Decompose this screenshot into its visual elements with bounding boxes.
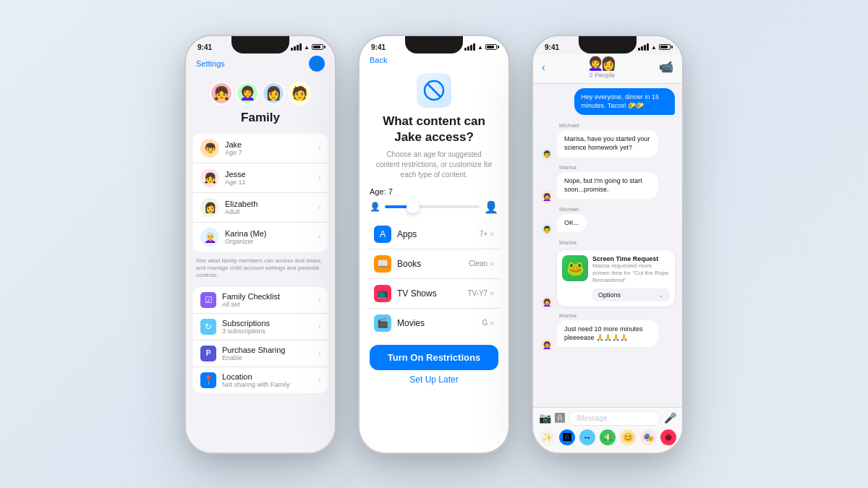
list-item[interactable]: 📺 TV Shows TV-Y7 ○ bbox=[367, 279, 501, 309]
avatar: 👨 bbox=[540, 223, 553, 236]
screen-time-request-card: 🐸 Screen Time Request Marisa requested m… bbox=[557, 250, 675, 307]
family-features-list: ☑ Family Checklist All set › ↻ Subscript… bbox=[193, 287, 328, 393]
camera-icon[interactable]: 📷 bbox=[539, 412, 551, 424]
list-item[interactable]: 📍 Location Not sharing with Family › bbox=[193, 367, 328, 393]
member-age: Age 11 bbox=[225, 179, 318, 186]
chevron-right-icon: › bbox=[318, 144, 320, 152]
list-item[interactable]: P Purchase Sharing Enable › bbox=[193, 341, 328, 367]
message-row: 👩‍🦱 Nope, but I'm going to start soon...… bbox=[540, 172, 675, 203]
nav-bar-1: Settings 👤 bbox=[186, 54, 335, 76]
age-slider[interactable]: 👤 👤 bbox=[370, 200, 498, 214]
list-item[interactable]: 🎬 Movies G ○ bbox=[367, 309, 501, 338]
age-label: Age: 7 bbox=[370, 187, 498, 196]
family-note: See what family members can access and s… bbox=[186, 254, 335, 283]
restriction-icon bbox=[417, 73, 451, 108]
avatar: 👨 bbox=[540, 148, 553, 161]
sticker-button[interactable]: 🎭 bbox=[640, 429, 656, 445]
family-avatars: 👧 👩‍🦱 👩 🧑 bbox=[186, 76, 335, 108]
list-item[interactable]: A Apps 7+ ○ bbox=[367, 220, 501, 249]
content-rating: 7+ ○ bbox=[480, 230, 494, 238]
member-role: Organizer bbox=[225, 238, 318, 245]
list-item[interactable]: ☑ Family Checklist All set › bbox=[193, 287, 328, 314]
checklist-icon: ☑ bbox=[200, 292, 216, 308]
back-button-1[interactable]: Settings bbox=[196, 59, 225, 68]
tvshows-icon: 📺 bbox=[374, 285, 391, 302]
input-row: 📷 🅰 iMessage 🎤 bbox=[539, 411, 676, 426]
content-rating: Clean ○ bbox=[469, 260, 494, 267]
memoji-button[interactable]: 😊 bbox=[620, 429, 636, 445]
effects-button[interactable]: ✨ bbox=[539, 429, 555, 445]
message-row: 👩‍🦱 🐸 Screen Time Request Marisa request… bbox=[540, 247, 675, 309]
section-sub: 3 subscriptions bbox=[222, 328, 318, 335]
slider-min-icon: 👤 bbox=[370, 202, 380, 212]
section-name: Subscriptions bbox=[222, 319, 318, 328]
message-bubble: Nope, but I'm going to start soon...prom… bbox=[557, 172, 658, 199]
avatar: 👩‍🦱 bbox=[540, 190, 553, 203]
chat-people-count: 2 People bbox=[587, 72, 616, 79]
status-bar-2: 9:41 ▲ bbox=[359, 36, 509, 54]
messages-scroll: Hey everyone, dinner in 15 minutes. Taco… bbox=[533, 84, 682, 359]
message-bubble: OK... bbox=[557, 214, 587, 232]
back-button-2[interactable]: Back bbox=[370, 56, 387, 64]
avatar: 👩 bbox=[200, 198, 219, 217]
status-bar-1: 9:41 ▲ bbox=[186, 36, 335, 54]
set-up-later-button[interactable]: Set Up Later bbox=[359, 374, 509, 385]
transfer-button[interactable]: ↔ bbox=[579, 429, 595, 445]
battery-icon bbox=[659, 44, 671, 50]
subscriptions-icon: ↻ bbox=[200, 319, 216, 335]
appstore-button[interactable]: 🅰 bbox=[559, 429, 575, 445]
message-sender-label: Michael bbox=[540, 122, 675, 129]
add-member-button[interactable]: 👤 bbox=[309, 56, 325, 72]
avatar-1: 👧 bbox=[210, 82, 233, 105]
restriction-title: What content can Jake access? bbox=[359, 114, 509, 150]
game-icon: 🐸 bbox=[562, 255, 588, 281]
wifi-icon: ▲ bbox=[651, 44, 657, 51]
status-bar-3: 9:41 ▲ bbox=[533, 36, 682, 54]
phone-family-settings: 9:41 ▲ Settings 👤 👧 👩‍🦱 bbox=[184, 35, 336, 454]
microphone-icon[interactable]: 🎤 bbox=[664, 412, 676, 424]
section-name: Purchase Sharing bbox=[222, 346, 318, 354]
section-sub: Enable bbox=[222, 354, 318, 361]
message-input[interactable]: iMessage bbox=[569, 411, 660, 426]
list-item[interactable]: 👩 Elizabeth Adult › bbox=[193, 193, 328, 223]
slider-track[interactable] bbox=[385, 205, 480, 208]
member-name: Elizabeth bbox=[225, 200, 318, 208]
family-members-list: 👦 Jake Age 7 › 👧 Jesse Age 11 › 👩 Elizab… bbox=[193, 134, 328, 252]
back-button-3[interactable]: ‹ bbox=[542, 61, 545, 73]
avatar: 👩‍🦱 bbox=[540, 296, 553, 309]
member-role: Adult bbox=[225, 208, 318, 215]
member-name: Jake bbox=[225, 140, 318, 149]
time-2: 9:41 bbox=[371, 43, 386, 51]
chevron-down-icon: ⌄ bbox=[658, 291, 664, 299]
location-icon: 📍 bbox=[200, 372, 216, 388]
appstore-icon[interactable]: 🅰 bbox=[555, 412, 565, 424]
chevron-right-icon: › bbox=[318, 322, 320, 330]
list-item[interactable]: 👩‍🦳 Karina (Me) Organizer › bbox=[193, 223, 328, 252]
message-row: 👨 Marisa, have you started your science … bbox=[540, 130, 675, 161]
avatar-4: 🧑 bbox=[288, 82, 311, 105]
screen-family: 9:41 ▲ Settings 👤 👧 👩‍🦱 bbox=[186, 36, 335, 453]
content-rating: TV-Y7 ○ bbox=[467, 289, 494, 297]
list-item[interactable]: ↻ Subscriptions 3 subscriptions › bbox=[193, 314, 328, 341]
more-button[interactable]: ⊕ bbox=[660, 429, 676, 445]
member-age: Age 7 bbox=[225, 149, 318, 156]
chevron-right-icon: › bbox=[318, 349, 320, 357]
battery-icon bbox=[485, 44, 497, 50]
options-button[interactable]: Options ⌄ bbox=[592, 288, 670, 301]
list-item[interactable]: 📖 Books Clean ○ bbox=[367, 249, 501, 279]
status-icons-2: ▲ bbox=[464, 43, 497, 51]
message-row: Hey everyone, dinner in 15 minutes. Taco… bbox=[540, 88, 675, 119]
video-call-icon[interactable]: 📹 bbox=[659, 60, 673, 74]
wifi-icon: ▲ bbox=[304, 44, 310, 51]
list-item[interactable]: 👧 Jesse Age 11 › bbox=[193, 163, 328, 193]
status-icons-1: ▲ bbox=[291, 43, 323, 51]
cash-button[interactable]: 💵 bbox=[600, 429, 616, 445]
chevron-right-icon: › bbox=[318, 174, 320, 181]
list-item[interactable]: 👦 Jake Age 7 › bbox=[193, 134, 328, 163]
nav-bar-2: Back bbox=[359, 54, 509, 69]
avatar-3: 👩 bbox=[262, 82, 285, 105]
screen-time-title: Screen Time Request bbox=[592, 255, 670, 262]
purchase-icon: P bbox=[200, 346, 216, 361]
screen-messages: 9:41 ▲ ‹ 👩‍🦱 👩 bbox=[533, 36, 682, 453]
turn-on-restrictions-button[interactable]: Turn On Restrictions bbox=[370, 345, 498, 370]
